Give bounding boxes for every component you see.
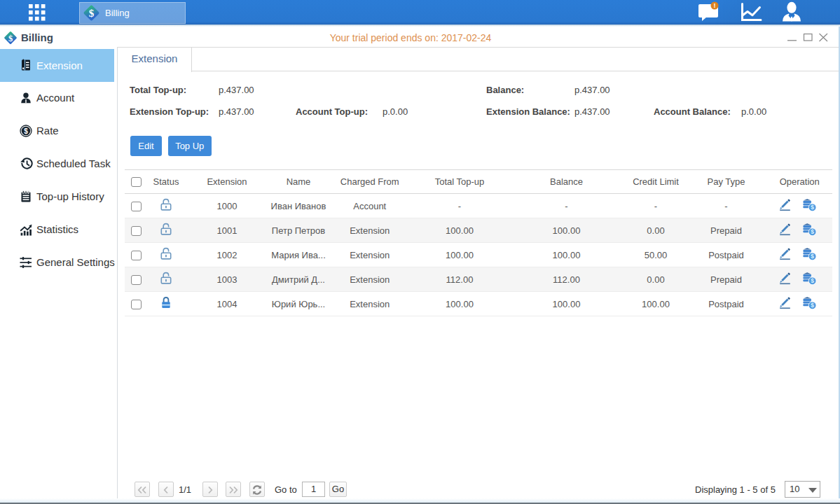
svg-text:$: $ xyxy=(811,302,814,309)
svg-text:!: ! xyxy=(714,2,716,9)
svg-text:$: $ xyxy=(811,228,814,235)
svg-text:$: $ xyxy=(811,277,814,284)
svg-text:$: $ xyxy=(8,34,13,43)
svg-text:$: $ xyxy=(811,204,814,211)
svg-text:$: $ xyxy=(811,253,814,260)
svg-text:$: $ xyxy=(24,127,28,134)
svg-text:$: $ xyxy=(89,8,95,19)
